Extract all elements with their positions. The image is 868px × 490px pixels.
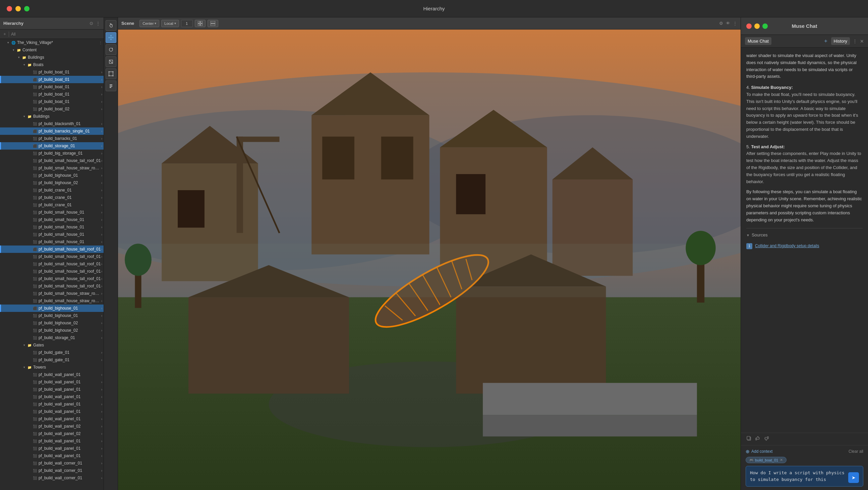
tree-arrow[interactable]: › <box>101 380 102 384</box>
tree-arrow[interactable]: › <box>101 277 102 281</box>
scene-view[interactable] <box>118 30 741 490</box>
tree-item-selected[interactable]: ⬛ pf_build_barracks_single_01 › <box>0 127 103 135</box>
tree-item[interactable]: ▾ 📁 Towers <box>0 364 103 371</box>
tree-item[interactable]: ⬛ pf_build_small_house_tall_roof_01 › <box>0 275 103 282</box>
thumbdown-button[interactable] <box>764 436 769 442</box>
muse-close-tab-icon[interactable]: ✕ <box>860 38 864 44</box>
tree-item[interactable]: ⬛ pf_build_small_house_tall_roof_01 › <box>0 253 103 260</box>
tree-item[interactable]: ▾ 📁 Gates <box>0 341 103 349</box>
tree-item[interactable]: ⬛ pf_build_crane_01 › <box>0 201 103 209</box>
tree-item[interactable]: ⬛ pf_build_wall_panel_01 › <box>0 378 103 386</box>
source-link[interactable]: Collider and Rigidbody setup details <box>755 243 819 249</box>
hierarchy-menu-icon[interactable]: ⋮ <box>96 21 100 26</box>
rect-tool-button[interactable] <box>105 68 116 79</box>
tree-item[interactable]: ⬛ pf_build_small_house_01 › <box>0 238 103 245</box>
tree-arrow[interactable]: › <box>101 476 102 480</box>
source-item-1[interactable]: 1 Collider and Rigidbody setup details <box>746 242 863 250</box>
tree-item[interactable]: ⬛ pf_build_wall_panel_02 › <box>0 430 103 437</box>
tree-item[interactable]: ⬛ pf_build_small_house_tall_roof_01 › <box>0 268 103 275</box>
tree-item[interactable]: ⬛ pf_build_wall_panel_01 › <box>0 437 103 445</box>
tree-item[interactable]: ⬛ pf_build_barracks_01 › <box>0 135 103 142</box>
tree-item[interactable]: ⬛ pf_build_small_house_tall_roof_01 › <box>0 282 103 290</box>
tree-arrow[interactable]: › <box>101 388 102 391</box>
tree-arrow[interactable]: › <box>101 402 102 406</box>
tree-item-selected[interactable]: ⬛ pf_build_small_house_tall_roof_01 › <box>0 245 103 253</box>
grid-view-btn[interactable] <box>195 20 206 27</box>
tree-arrow[interactable]: › <box>101 417 102 421</box>
tree-item-selected[interactable]: ⬛ pf_build_bighouse_01 › <box>0 305 103 312</box>
context-tag-close-icon[interactable]: ✕ <box>780 458 783 462</box>
tree-arrow[interactable]: › <box>101 85 102 89</box>
tree-arrow[interactable]: › <box>101 329 102 332</box>
thumbup-button[interactable] <box>755 436 761 442</box>
tree-arrow[interactable]: › <box>101 284 102 288</box>
scene-camera-icon[interactable]: 👁 <box>726 21 730 26</box>
copy-button[interactable] <box>746 436 752 442</box>
tree-arrow[interactable]: › <box>101 218 102 222</box>
muse-close-button[interactable] <box>746 24 752 29</box>
tree-arrow[interactable]: › <box>101 247 102 251</box>
tree-item[interactable]: ⬛ pf_build_boat_01 › <box>0 98 103 105</box>
tree-arrow[interactable]: › <box>101 454 102 458</box>
tree-arrow[interactable]: › <box>101 307 102 310</box>
tree-arrow[interactable]: › <box>101 107 102 111</box>
tree-item[interactable]: ⬛ pf_build_boat_01 › <box>0 83 103 91</box>
tree-arrow[interactable]: › <box>101 351 102 355</box>
tree-root[interactable]: ▾ 🌐 The_Viking_Village* ⋮ <box>0 39 103 46</box>
tree-arrow[interactable]: › <box>101 270 102 273</box>
tree-arrow[interactable]: › <box>101 233 102 237</box>
expand-icon[interactable]: ▾ <box>11 47 16 53</box>
layout-view-btn[interactable] <box>208 20 218 27</box>
expand-icon[interactable]: ▾ <box>22 342 27 348</box>
muse-minimize-button[interactable] <box>754 24 760 29</box>
tree-item[interactable]: ⬛ pf_build_small_house_tall_roof_01 › <box>0 260 103 268</box>
tree-arrow[interactable]: › <box>101 166 102 170</box>
tree-arrow[interactable]: › <box>101 336 102 340</box>
maximize-button[interactable] <box>24 6 30 11</box>
tree-item[interactable]: ⬛ pf_build_small_house_01 › <box>0 209 103 216</box>
tree-arrow[interactable]: › <box>101 447 102 451</box>
tree-arrow[interactable]: › <box>101 144 102 148</box>
tree-arrow[interactable]: › <box>101 262 102 266</box>
tree-item[interactable]: ⬛ pf_build_big_storage_01 › <box>0 150 103 157</box>
tree-arrow[interactable]: › <box>101 137 102 141</box>
tree-item[interactable]: ⬛ pf_build_boat_01 › <box>0 91 103 98</box>
tree-item[interactable]: ⬛ pf_build_wall_corner_01 › <box>0 467 103 474</box>
expand-icon[interactable]: ▾ <box>22 62 27 67</box>
history-tab[interactable]: History <box>831 37 850 45</box>
tree-arrow[interactable]: › <box>101 410 102 414</box>
tree-item[interactable]: ▾ 📁 Boats <box>0 61 103 68</box>
muse-maximize-button[interactable] <box>763 24 768 29</box>
tree-arrow[interactable]: › <box>101 395 102 399</box>
tree-item[interactable]: ⬛ pf_build_bighouse_02 › <box>0 319 103 327</box>
tree-item[interactable]: ⬛ pf_build_small_house_straw_roof_01 › <box>0 297 103 305</box>
tree-arrow[interactable]: › <box>101 225 102 229</box>
tree-arrow[interactable]: › <box>101 299 102 303</box>
hierarchy-tree[interactable]: ▾ 🌐 The_Viking_Village* ⋮ ▾ 📁 Content ▾ … <box>0 39 103 490</box>
tree-item[interactable]: ⬛ pf_build_storage_01 › <box>0 334 103 341</box>
tree-arrow[interactable]: › <box>101 292 102 296</box>
tree-arrow[interactable]: › <box>101 240 102 244</box>
tree-arrow[interactable]: › <box>101 314 102 317</box>
send-button[interactable]: ➤ <box>848 472 859 483</box>
move-tool-button[interactable] <box>105 32 116 43</box>
expand-icon[interactable]: ▾ <box>22 365 27 370</box>
local-dropdown[interactable]: Local ▾ <box>161 20 179 27</box>
tree-item[interactable]: ⬛ pf_build_blacksmith_01 › <box>0 120 103 127</box>
tree-item[interactable]: ⬛ pf_build_wall_corner_01 › <box>0 474 103 482</box>
tree-item[interactable]: ⬛ pf_build_wall_panel_01 › <box>0 400 103 408</box>
tree-item[interactable]: ⬛ pf_build_bighouse_01 › <box>0 172 103 179</box>
tree-arrow[interactable]: ⋮ <box>99 41 102 44</box>
scene-more-icon[interactable]: ⋮ <box>733 21 737 26</box>
tree-item[interactable]: ⬛ pf_build_small_house_01 › <box>0 231 103 238</box>
muse-add-tab-icon[interactable]: ＋ <box>823 37 829 44</box>
tree-item[interactable]: ⬛ pf_build_wall_panel_01 › <box>0 371 103 378</box>
tree-item[interactable]: ⬛ pf_build_small_house_01 › <box>0 216 103 223</box>
add-context-button[interactable]: ⊕ Add context <box>746 449 772 454</box>
expand-icon[interactable]: ▾ <box>22 114 27 119</box>
tree-arrow[interactable]: › <box>101 100 102 104</box>
tree-item[interactable]: ⬛ pf_build_wall_corner_01 › <box>0 459 103 467</box>
muse-more-icon[interactable]: ⋮ <box>852 38 857 44</box>
tree-expand-icon[interactable]: ▾ <box>5 40 11 45</box>
rotate-tool-button[interactable] <box>105 44 116 55</box>
